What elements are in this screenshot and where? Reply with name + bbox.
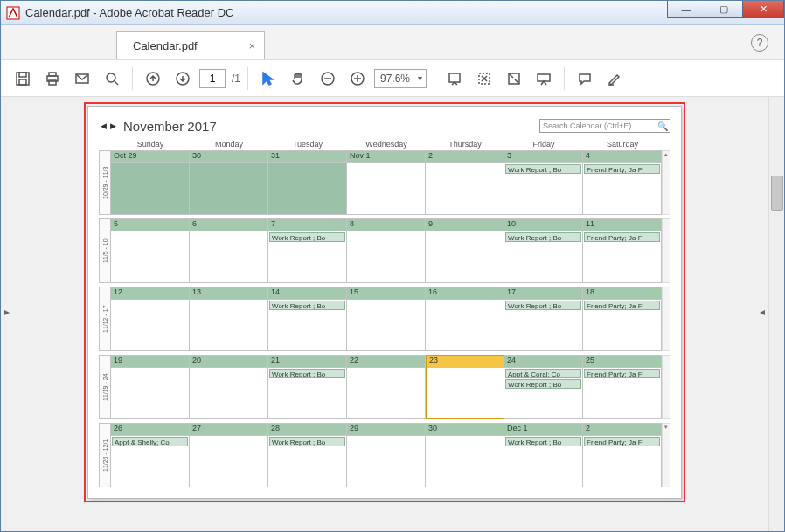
email-icon[interactable]	[69, 66, 95, 92]
day-number: 23	[427, 356, 504, 368]
calendar-day[interactable]: 27	[190, 423, 268, 487]
next-page-icon[interactable]	[170, 66, 196, 92]
select-tool-icon[interactable]	[255, 66, 281, 92]
week-scroll[interactable]	[662, 355, 670, 419]
week-scroll[interactable]	[662, 218, 670, 283]
calendar-event[interactable]: Work Report ; Bo	[269, 437, 345, 446]
panel-expand-right-icon[interactable]: ◂	[760, 306, 765, 318]
calendar-day[interactable]: 12	[111, 287, 190, 351]
calendar-day[interactable]: 24Appt & Coral; CoWork Report ; Bo	[504, 355, 583, 419]
maximize-button[interactable]: ▢	[705, 1, 743, 18]
day-body	[426, 436, 504, 487]
calendar-prev-icon[interactable]: ◀	[99, 121, 108, 130]
calendar-day[interactable]: 4Friend Party; Ja F	[583, 150, 662, 215]
comment-icon[interactable]	[572, 66, 598, 92]
day-body	[190, 368, 267, 418]
calendar-day[interactable]: 31	[268, 150, 347, 215]
svg-point-8	[107, 73, 115, 82]
calendar-day[interactable]: 15	[347, 287, 426, 351]
calendar-day[interactable]: Oct 29	[111, 150, 190, 215]
calendar-event[interactable]: Work Report ; Bo	[269, 369, 345, 378]
calendar-day[interactable]: 6	[190, 218, 268, 283]
week-scroll[interactable]	[662, 287, 670, 351]
calendar-day[interactable]: 2	[426, 150, 504, 215]
calendar-day[interactable]: 7Work Report ; Bo	[268, 218, 347, 283]
calendar-event[interactable]: Work Report ; Bo	[505, 437, 581, 446]
calendar-day[interactable]: 30	[426, 423, 504, 487]
calendar-day[interactable]: Dec 1Work Report ; Bo	[504, 423, 583, 487]
calendar-event[interactable]: Friend Party; Ja F	[584, 164, 660, 174]
fit-width-icon[interactable]	[441, 66, 468, 92]
calendar-event[interactable]: Appt & Coral; Co	[505, 369, 581, 378]
prev-page-icon[interactable]	[140, 66, 166, 92]
calendar-event[interactable]: Work Report ; Bo	[269, 301, 345, 310]
calendar-day[interactable]: 22	[347, 355, 426, 419]
calendar-day[interactable]: 13	[190, 287, 268, 351]
calendar-next-icon[interactable]: ▶	[108, 121, 118, 130]
calendar-day[interactable]: 21Work Report ; Bo	[268, 355, 347, 419]
calendar-day[interactable]: 29	[347, 423, 426, 487]
minimize-button[interactable]: —	[667, 1, 705, 18]
zoom-in-icon[interactable]	[344, 66, 371, 92]
day-body	[111, 300, 189, 350]
calendar-day[interactable]: 10Work Report ; Bo	[504, 218, 583, 283]
calendar-day[interactable]: 20	[190, 355, 268, 419]
calendar-day[interactable]: 17Work Report ; Bo	[504, 287, 583, 351]
home-tab-placeholder[interactable]	[20, 31, 116, 59]
day-number: 28	[268, 424, 346, 436]
calendar-day[interactable]: 9	[426, 218, 504, 283]
calendar-event[interactable]: Appt & Shelly; Co	[112, 437, 188, 446]
zoom-select[interactable]: 97.6%	[374, 69, 427, 88]
calendar-day[interactable]: 2Friend Party; Ja F	[583, 423, 662, 487]
calendar-event[interactable]: Friend Party; Ja F	[584, 301, 660, 310]
calendar-day[interactable]: 30	[190, 150, 268, 215]
calendar-event[interactable]: Work Report ; Bo	[505, 379, 581, 389]
calendar-event[interactable]: Friend Party; Ja F	[584, 232, 660, 242]
calendar-event[interactable]: Work Report ; Bo	[505, 164, 581, 174]
fit-page-icon[interactable]	[471, 66, 497, 92]
day-number: 14	[268, 287, 346, 300]
svg-rect-5	[49, 73, 56, 76]
close-button[interactable]: ✕	[742, 1, 784, 18]
calendar-day[interactable]: Nov 1	[347, 150, 426, 215]
week-scroll[interactable]	[662, 423, 670, 487]
calendar-day[interactable]: 18Friend Party; Ja F	[583, 287, 662, 351]
save-icon[interactable]	[10, 66, 36, 92]
read-mode-icon[interactable]	[531, 66, 557, 92]
print-icon[interactable]	[39, 66, 66, 92]
hand-tool-icon[interactable]	[285, 66, 311, 92]
calendar-day[interactable]: 14Work Report ; Bo	[268, 287, 347, 351]
calendar-day[interactable]: 16	[426, 287, 504, 351]
help-icon[interactable]: ?	[751, 34, 768, 52]
tab-close-icon[interactable]: ×	[248, 39, 255, 52]
zoom-out-icon[interactable]	[315, 66, 341, 92]
calendar-day[interactable]: 11Friend Party; Ja F	[583, 218, 662, 283]
day-number: 29	[347, 424, 425, 436]
page-number-input[interactable]	[199, 69, 226, 88]
calendar-day[interactable]: 25Friend Party; Ja F	[583, 355, 662, 419]
calendar-day[interactable]: 19	[111, 355, 190, 419]
week-label: 11/19 - 24	[99, 355, 111, 419]
calendar-event[interactable]: Friend Party; Ja F	[584, 437, 660, 446]
fullscreen-icon[interactable]	[501, 66, 527, 92]
calendar-day[interactable]: 3Work Report ; Bo	[504, 150, 583, 215]
calendar-day[interactable]: 23	[426, 355, 504, 419]
calendar-day[interactable]: 5	[111, 218, 190, 283]
calendar-event[interactable]: Friend Party; Ja F	[584, 369, 660, 378]
week-scroll[interactable]	[662, 150, 670, 215]
search-icon[interactable]	[99, 66, 125, 92]
day-body	[347, 436, 425, 487]
calendar-event[interactable]: Work Report ; Bo	[269, 232, 345, 242]
svg-line-9	[115, 81, 118, 85]
calendar-day[interactable]: 8	[347, 218, 426, 283]
sign-icon[interactable]	[601, 66, 628, 92]
calendar-day[interactable]: 26Appt & Shelly; Co	[111, 423, 190, 487]
calendar-day[interactable]: 28Work Report ; Bo	[268, 423, 347, 487]
calendar-search-input[interactable]: Search Calendar (Ctrl+E) 🔍	[539, 119, 670, 133]
scrollbar-thumb[interactable]	[771, 176, 783, 211]
document-tab[interactable]: Calendar.pdf ×	[116, 31, 265, 59]
vertical-scrollbar[interactable]	[768, 97, 784, 531]
panel-expand-left-icon[interactable]: ▸	[4, 306, 10, 318]
calendar-event[interactable]: Work Report ; Bo	[505, 232, 581, 242]
calendar-event[interactable]: Work Report ; Bo	[505, 301, 581, 310]
